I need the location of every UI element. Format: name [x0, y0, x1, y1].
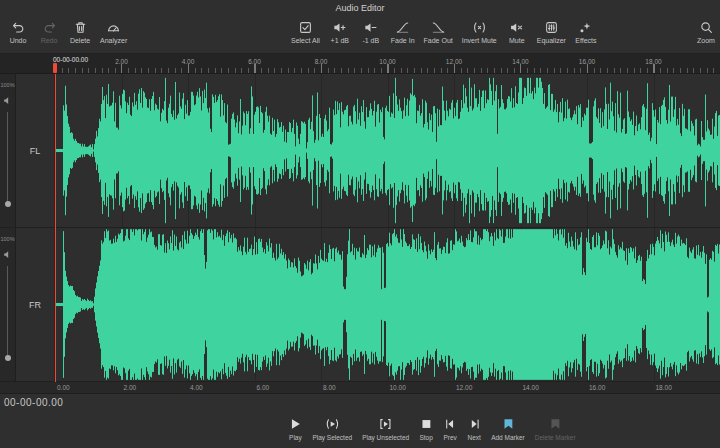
play-selected-label: Play Selected [312, 434, 352, 441]
ruler-tick-label: 8.00 [315, 58, 328, 65]
speaker-mute-icon [509, 20, 524, 35]
transport-controls: Play Play Selected Play Unselected Stop … [288, 417, 575, 441]
play-icon [288, 417, 302, 432]
add-marker-button[interactable]: Add Marker [491, 417, 525, 441]
app-title: Audio Editor [335, 3, 384, 13]
equalizer-icon [544, 20, 559, 35]
fr-volume-knob[interactable] [5, 355, 11, 361]
redo-label: Redo [41, 36, 58, 45]
bottom-tick-label: 0.00 [57, 384, 70, 391]
delete-label: Delete [70, 36, 90, 45]
channel-label-fr: FR [16, 228, 55, 381]
invert-mute-label: Invert Mute [462, 36, 497, 45]
bottom-tick-label: 2.00 [124, 384, 137, 391]
minus-1db-label: -1 dB [362, 36, 379, 45]
fade-out-icon [431, 20, 446, 35]
bottom-tick-label: 10.00 [390, 384, 406, 391]
fade-out-label: Fade Out [424, 36, 453, 45]
stop-button[interactable]: Stop [419, 417, 433, 441]
track-row-fr: 100% FR [0, 228, 720, 382]
current-time-display: 00-00-00.00 [4, 397, 63, 408]
select-all-label: Select All [291, 36, 320, 45]
ruler-tick-label: 2.00 [115, 58, 128, 65]
fr-volume-value: 100% [0, 236, 14, 242]
ruler-tick-label: 18.00 [645, 58, 661, 65]
bottom-time-ruler: 0.002.004.006.008.0010.0012.0014.0016.00… [0, 382, 720, 394]
playhead-handle[interactable] [53, 63, 57, 73]
ruler-tick-label: 12.00 [446, 58, 462, 65]
ruler-tick-label: 6.00 [248, 58, 261, 65]
checkbox-icon [298, 20, 313, 35]
analyzer-button[interactable]: Analyzer [97, 18, 130, 46]
fr-volume-strip: 100% [0, 228, 16, 381]
fl-volume-slider[interactable] [7, 112, 8, 204]
play-selected-icon [325, 417, 339, 432]
waveform-fr[interactable] [55, 228, 720, 381]
bottom-tick-label: 6.00 [257, 384, 270, 391]
minus-1db-button[interactable]: -1 dB [357, 18, 385, 46]
next-label: Next [467, 434, 480, 441]
ruler-tick-label: 16.00 [579, 58, 595, 65]
prev-icon [443, 417, 457, 432]
bottom-tick-label: 14.00 [523, 384, 539, 391]
ruler-tick-label: 10.00 [379, 58, 395, 65]
add-marker-label: Add Marker [491, 434, 525, 441]
ruler-tick-label: 14.00 [512, 58, 528, 65]
play-unselected-button[interactable]: Play Unselected [362, 417, 409, 441]
next-button[interactable]: Next [467, 417, 481, 441]
fr-name: FR [29, 300, 41, 310]
speaker-icon [3, 245, 12, 263]
redo-icon [42, 20, 57, 35]
undo-label: Undo [10, 36, 27, 45]
play-unselected-label: Play Unselected [362, 434, 409, 441]
track-row-fl: 100% FL [0, 74, 720, 228]
speaker-icon [3, 91, 12, 109]
playhead-time-label: 00-00-00.00 [53, 56, 88, 63]
zoom-label: Zoom [697, 36, 715, 45]
fade-in-label: Fade In [391, 36, 415, 45]
prev-label: Prev [443, 434, 456, 441]
bottom-tick-label: 8.00 [323, 384, 336, 391]
prev-button[interactable]: Prev [443, 417, 457, 441]
fade-in-icon [395, 20, 410, 35]
delete-button[interactable]: Delete [66, 18, 94, 46]
select-all-button[interactable]: Select All [288, 18, 323, 46]
bottom-tick-label: 4.00 [190, 384, 203, 391]
play-button[interactable]: Play [288, 417, 302, 441]
stop-label: Stop [419, 434, 432, 441]
invert-mute-button[interactable]: Invert Mute [459, 18, 500, 46]
redo-button[interactable]: Redo [35, 18, 63, 46]
bottom-tick-label: 16.00 [589, 384, 605, 391]
delete-marker-label: Delete Marker [535, 434, 576, 441]
mute-button[interactable]: Mute [503, 18, 531, 46]
bottom-tick-label: 18.00 [656, 384, 672, 391]
timeline-ruler[interactable]: 00-00-00.00 2.004.006.008.0010.0012.0014… [0, 54, 720, 74]
add-marker-icon [501, 417, 515, 432]
toolbar-right-group: Zoom [692, 18, 720, 46]
gauge-icon [106, 20, 121, 35]
fl-volume-value: 100% [0, 82, 14, 88]
analyzer-label: Analyzer [100, 36, 127, 45]
next-icon [467, 417, 481, 432]
speaker-minus-icon [363, 20, 378, 35]
fade-in-button[interactable]: Fade In [388, 18, 418, 46]
undo-icon [11, 20, 26, 35]
magnifier-icon [699, 20, 714, 35]
title-bar: Audio Editor [0, 0, 720, 16]
zoom-button[interactable]: Zoom [692, 18, 720, 46]
fr-volume-slider[interactable] [7, 266, 8, 358]
plus-1db-button[interactable]: +1 dB [326, 18, 354, 46]
waveform-fl[interactable] [55, 74, 720, 227]
toolbar-center-group: Select All +1 dB -1 dB Fade In Fade Out … [288, 18, 600, 46]
bottom-tick-label: 12.00 [456, 384, 472, 391]
fade-out-button[interactable]: Fade Out [421, 18, 456, 46]
fl-volume-knob[interactable] [5, 201, 11, 207]
play-label: Play [289, 434, 302, 441]
play-selected-button[interactable]: Play Selected [312, 417, 352, 441]
effects-button[interactable]: Effects [572, 18, 600, 46]
delete-marker-button[interactable]: Delete Marker [535, 417, 576, 441]
ruler-tick-label: 4.00 [182, 58, 195, 65]
equalizer-button[interactable]: Equalizer [534, 18, 569, 46]
invert-mute-icon [472, 20, 487, 35]
undo-button[interactable]: Undo [4, 18, 32, 46]
